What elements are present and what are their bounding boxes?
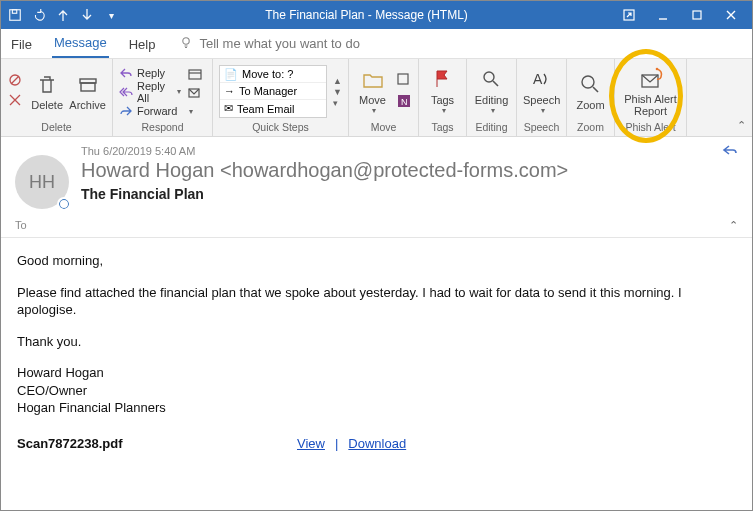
group-speech: A Speech▾ Speech	[517, 59, 567, 136]
group-zoom: Zoom Zoom	[567, 59, 615, 136]
body-paragraph: Please find attached the financial plan …	[17, 284, 736, 319]
move-folder-icon	[361, 68, 385, 92]
svg-point-17	[655, 67, 658, 70]
tell-me-search[interactable]: Tell me what you want to do	[179, 35, 359, 58]
reply-icon	[119, 66, 133, 80]
quick-step-tomanager[interactable]: →To Manager	[220, 83, 326, 100]
tab-help[interactable]: Help	[127, 33, 158, 58]
to-label: To	[15, 219, 27, 231]
lightbulb-icon	[179, 35, 193, 52]
svg-text:A: A	[533, 71, 543, 87]
body-greeting: Good morning,	[17, 252, 736, 270]
tab-message[interactable]: Message	[52, 31, 109, 58]
quick-access-toolbar: ▾	[7, 7, 119, 23]
message-subject: The Financial Plan	[81, 186, 738, 202]
message-date: Thu 6/20/2019 5:40 AM	[81, 145, 738, 157]
message-from: Howard Hogan <howardhogan@protected-form…	[81, 159, 738, 182]
maximize-button[interactable]	[682, 5, 712, 25]
title-bar: ▾ The Financial Plan - Message (HTML)	[1, 1, 752, 29]
folder-move-icon: 📄	[224, 68, 238, 81]
minimize-button[interactable]	[648, 5, 678, 25]
read-aloud-icon: A	[530, 68, 554, 92]
svg-rect-7	[81, 83, 95, 91]
junk-icon[interactable]	[7, 72, 23, 91]
tags-button[interactable]: Tags▾	[425, 64, 460, 120]
quick-step-teamemail[interactable]: ✉Team Email	[220, 100, 326, 117]
onenote-icon[interactable]: N	[396, 93, 412, 112]
body-thanks: Thank you.	[17, 333, 736, 351]
envelope-icon: ✉	[224, 102, 233, 115]
svg-rect-8	[189, 70, 201, 79]
popout-button[interactable]	[614, 5, 644, 25]
attachment-row: Scan7872238.pdf View | Download	[17, 435, 736, 453]
group-respond: Reply Reply All▾ Forward ▾ Respond	[113, 59, 213, 136]
presence-indicator	[57, 197, 71, 211]
svg-rect-0	[10, 10, 21, 21]
attachment-view-link[interactable]: View	[297, 435, 325, 453]
save-icon[interactable]	[7, 7, 23, 23]
svg-point-15	[582, 76, 594, 88]
phish-alert-report-button[interactable]: Phish Alert Report	[621, 64, 680, 120]
window-title: The Financial Plan - Message (HTML)	[119, 8, 614, 22]
quick-steps-gallery[interactable]: 📄Move to: ? →To Manager ✉Team Email	[219, 65, 327, 118]
svg-point-13	[484, 72, 494, 82]
delete-button[interactable]: Delete	[31, 64, 63, 120]
group-quick-steps: 📄Move to: ? →To Manager ✉Team Email ▲▼▾ …	[213, 59, 349, 136]
archive-button[interactable]: Archive	[69, 64, 106, 120]
meeting-icon[interactable]	[187, 67, 206, 84]
more-respond-icon[interactable]: ▾	[187, 86, 206, 117]
message-body: Good morning, Please find attached the f…	[1, 238, 752, 510]
ribbon: Delete Archive Delete Reply Reply All▾ F…	[1, 59, 752, 137]
zoom-button[interactable]: Zoom	[573, 64, 608, 120]
tell-me-label: Tell me what you want to do	[199, 36, 359, 51]
attachment-separator: |	[335, 435, 338, 453]
flag-icon	[431, 68, 455, 92]
ignore-icon[interactable]	[7, 92, 23, 111]
reply-shortcut-icon[interactable]	[722, 143, 738, 160]
reply-all-icon	[119, 85, 133, 99]
reply-all-button[interactable]: Reply All▾	[119, 83, 181, 101]
avatar-initials: HH	[29, 172, 55, 193]
group-phish-alert: Phish Alert Report Phish Alert	[615, 59, 687, 136]
window-controls	[614, 5, 746, 25]
find-icon	[480, 68, 504, 92]
zoom-icon	[579, 73, 603, 97]
prev-item-icon[interactable]	[55, 7, 71, 23]
arrow-right-icon: →	[224, 85, 235, 97]
collapse-ribbon-icon[interactable]: ⌃	[737, 119, 746, 132]
svg-rect-10	[398, 74, 408, 84]
speech-button[interactable]: A Speech▾	[523, 64, 560, 120]
message-header: HH Thu 6/20/2019 5:40 AM Howard Hogan <h…	[1, 137, 752, 217]
ribbon-tabs: File Message Help Tell me what you want …	[1, 29, 752, 59]
forward-button[interactable]: Forward	[119, 102, 181, 120]
svg-rect-1	[12, 10, 16, 14]
svg-point-4	[183, 38, 189, 44]
to-row: To ⌃	[1, 217, 752, 238]
move-button[interactable]: Move▾	[355, 64, 390, 120]
close-button[interactable]	[716, 5, 746, 25]
sender-avatar[interactable]: HH	[15, 155, 69, 209]
editing-button[interactable]: Editing▾	[473, 64, 510, 120]
group-move: Move▾ N Move	[349, 59, 419, 136]
phish-hook-envelope-icon	[639, 67, 663, 91]
group-editing: Editing▾ Editing	[467, 59, 517, 136]
next-item-icon[interactable]	[79, 7, 95, 23]
archive-icon	[76, 73, 100, 97]
forward-icon	[119, 104, 133, 118]
trash-icon	[35, 73, 59, 97]
expand-header-icon[interactable]: ⌃	[729, 219, 738, 232]
attachment-download-link[interactable]: Download	[348, 435, 406, 453]
group-tags: Tags▾ Tags	[419, 59, 467, 136]
undo-icon[interactable]	[31, 7, 47, 23]
attachment-name: Scan7872238.pdf	[17, 435, 287, 453]
quick-step-moveto[interactable]: 📄Move to: ?	[220, 66, 326, 83]
signature: Howard Hogan CEO/Owner Hogan Financial P…	[17, 364, 736, 417]
svg-text:N: N	[401, 97, 408, 107]
group-delete: Delete Archive Delete	[1, 59, 113, 136]
qat-customize-icon[interactable]: ▾	[103, 7, 119, 23]
rules-icon[interactable]	[396, 72, 412, 89]
tab-file[interactable]: File	[9, 33, 34, 58]
svg-rect-3	[693, 11, 701, 19]
quick-steps-scroll[interactable]: ▲▼▾	[333, 76, 342, 108]
